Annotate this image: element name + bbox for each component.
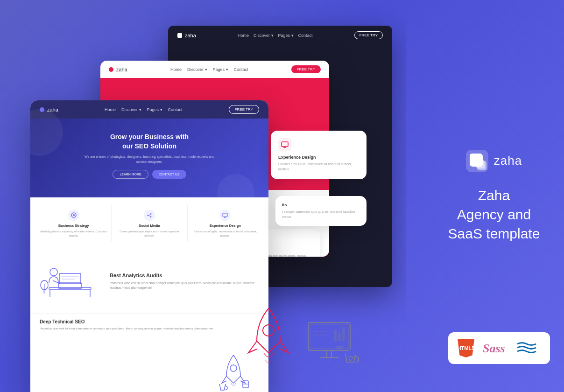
svg-rect-5 [59,273,81,284]
svg-text:Sass: Sass [483,342,505,355]
blue-nav-btn[interactable]: FREE TRY [229,105,259,114]
analytics-illustration [40,257,100,306]
card-icon-area-1 [278,138,291,151]
contact-us-btn[interactable]: CONTACT US [152,170,186,179]
seo-section: Deep Technical SEO Phasellus vitae velit… [30,313,268,336]
jquery-badge [515,339,541,357]
hero-title: Grow your Business withour SEO Solution [40,133,259,151]
blue-navbar: zaha Home Discover ▾ Pages ▾ Contact FRE… [30,100,268,119]
title-line3: SaaS template [448,224,540,243]
card-experience: Experience Design Facilisis arcu ligula,… [188,205,263,242]
panel-text-1: Facilisis arcu ligula, malesuada id tinc… [278,162,359,172]
card-panel-2: its t samper commodo quis quis ae, moles… [275,196,367,226]
card-experience-text: Facilisis arcu ligula, malesuada id tinc… [191,230,259,238]
dark-logo: zaha [177,33,196,38]
pink-logo: zaha [109,67,127,72]
seo-body: Phasellus vitae velit sit amet diam semp… [40,327,259,331]
dark-nav-links: Home Discover ▾ Pages ▾ Contact [238,33,313,38]
panel-title-2: its [282,203,360,207]
card-social-title: Social Media [115,224,183,228]
mockup-blue: zaha Home Discover ▾ Pages ▾ Contact FRE… [30,100,268,392]
dark-logo-dot [177,33,182,38]
svg-point-18 [263,325,274,336]
dark-nav-btn[interactable]: FREE TRY [354,31,383,39]
pink-logo-text: zaha [116,67,127,72]
card-strategy: Business Strategy Morbillig pharrtra sap… [36,205,112,242]
svg-rect-29 [342,327,345,341]
experience-icon [219,210,231,221]
card-social-text: Donec pellentesque turpis atum lorem imp… [115,230,183,238]
card-experience-title: Experience Design [191,224,259,228]
panel-title-1: Experience Design [278,155,359,160]
product-title: Zaha Agency and SaaS template [448,186,540,243]
svg-text:$$$: $$$ [336,345,343,350]
zaha-brand-name: zaha [494,154,522,168]
sass-badge: Sass [482,339,508,357]
card-strategy-title: Business Strategy [40,224,107,228]
card-strategy-text: Morbillig pharrtra sapienag of mattis vi… [40,230,107,238]
seo-title: Deep Technical SEO [40,319,259,324]
social-icon [144,210,155,221]
pink-navbar: zaha Home Discover ▾ Pages ▾ Contact FRE… [100,61,329,78]
hero-subtitle: We are a team of strategists, designers,… [84,154,215,164]
svg-point-14 [230,365,237,371]
pink-logo-dot [109,67,113,72]
learn-more-btn[interactable]: LEARN MORE [113,170,148,179]
analytics-title: Best Analytics Audits [110,273,259,278]
card-panel-1: Experience Design Facilisis arcu ligula,… [271,131,367,179]
title-line1: Zaha [448,186,540,204]
blue-hero: Grow your Business withour SEO Solution … [30,119,268,197]
pink-nav-btn[interactable]: FREE TRY [291,65,321,73]
panel-text-2: t samper commodo quis quis ae, molestie … [282,210,360,219]
strategy-icon [68,210,79,221]
svg-point-8 [50,268,57,276]
svg-point-1 [73,214,75,216]
title-line2: Agency and [448,205,540,224]
rocket-large [243,306,294,369]
svg-rect-2 [223,213,227,217]
dark-navbar: zaha Home Discover ▾ Pages ▾ Contact FRE… [168,26,392,45]
tech-badges: HTML5 Sass [448,332,550,364]
zaha-logo-area: zaha [466,150,522,172]
mockups-container: zaha Home Discover ▾ Pages ▾ Contact FRE… [0,0,406,392]
analytics-text: Best Analytics Audits Phasellus vitae ve… [110,273,259,290]
html5-label: HTML5 [458,345,475,351]
zaha-logo-icon [466,150,488,172]
analytics-section: Best Analytics Audits Phasellus vitae ve… [30,250,268,313]
svg-rect-17 [282,142,288,147]
dark-logo-text: zaha [185,33,196,38]
svg-rect-27 [334,329,337,341]
html5-badge: HTML5 [458,339,474,357]
monitor-illustration: $$$ [303,320,364,373]
blue-nav-links: Home Discover ▾ Pages ▾ Contact [105,107,183,112]
analytics-body: Phasellus vitae velit sit amet diam semp… [110,281,259,290]
card-social: Social Media Donec pellentesque turpis a… [112,205,187,242]
svg-rect-28 [338,333,341,341]
pink-nav-links: Home Discover ▾ Pages ▾ Contact [170,67,248,72]
